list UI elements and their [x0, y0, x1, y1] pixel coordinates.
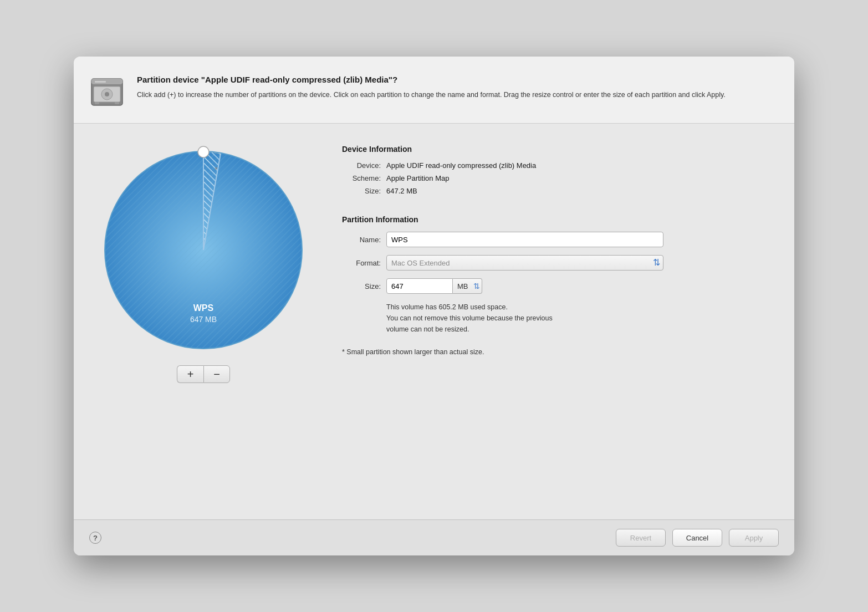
- dialog-footer: ? Revert Cancel Apply: [74, 519, 794, 555]
- svg-point-4: [105, 92, 109, 96]
- scheme-row: Scheme: Apple Partition Map: [342, 174, 777, 182]
- format-label: Format:: [342, 259, 381, 267]
- partition-info-section: Partition Information Name: Format: Mac …: [342, 215, 777, 508]
- name-label: Name:: [342, 236, 381, 244]
- size-row: Size: MB GB TB ⇅: [342, 278, 777, 294]
- device-size-label: Size:: [342, 187, 381, 195]
- disk-icon: [87, 72, 127, 112]
- dialog-body: * WPS 647 MB + − Device Information Devi…: [74, 124, 794, 519]
- info-panel: Device Information Device: Apple UDIF re…: [342, 139, 777, 508]
- add-partition-button[interactable]: +: [177, 365, 203, 383]
- apply-button[interactable]: Apply: [729, 529, 779, 547]
- svg-rect-6: [115, 102, 119, 104]
- pie-container: * WPS 647 MB: [98, 145, 309, 355]
- note-text: This volume has 605.2 MB used space. You…: [386, 302, 663, 335]
- device-label: Device:: [342, 161, 381, 170]
- size-input[interactable]: [386, 278, 453, 294]
- size-unit-wrapper: MB GB TB ⇅: [453, 278, 482, 294]
- device-size-row: Size: 647.2 MB: [342, 187, 777, 195]
- svg-rect-5: [95, 102, 99, 104]
- svg-rect-7: [95, 81, 106, 83]
- scheme-value: Apple Partition Map: [386, 174, 449, 182]
- format-row: Format: Mac OS Extended Mac OS Extended …: [342, 255, 777, 271]
- size-label: Size:: [342, 282, 381, 290]
- note-line1: This volume has 605.2 MB used space.: [386, 303, 508, 311]
- size-unit-select[interactable]: MB GB TB: [453, 278, 482, 294]
- format-select-wrapper: Mac OS Extended Mac OS Extended (Journal…: [386, 255, 663, 271]
- svg-text:WPS: WPS: [193, 303, 214, 313]
- revert-button[interactable]: Revert: [616, 529, 666, 547]
- device-row: Device: Apple UDIF read-only compressed …: [342, 161, 777, 170]
- remove-partition-button[interactable]: −: [203, 365, 230, 383]
- svg-text:647 MB: 647 MB: [190, 315, 217, 324]
- device-info-title: Device Information: [342, 145, 777, 154]
- note-line2: You can not remove this volume because t…: [386, 314, 553, 322]
- device-info-section: Device Information Device: Apple UDIF re…: [342, 145, 777, 200]
- svg-text:*: *: [215, 165, 218, 174]
- chart-area: * WPS 647 MB + −: [87, 139, 320, 508]
- help-button[interactable]: ?: [89, 532, 101, 544]
- svg-point-15: [198, 146, 209, 157]
- chart-buttons: + −: [177, 365, 230, 383]
- size-input-group: MB GB TB ⇅: [386, 278, 482, 294]
- dialog-header: Partition device "Apple UDIF read-only c…: [74, 57, 794, 124]
- partition-dialog: Partition device "Apple UDIF read-only c…: [74, 57, 794, 555]
- note-line3: volume can not be resized.: [386, 325, 469, 333]
- scheme-label: Scheme:: [342, 174, 381, 182]
- dialog-title: Partition device "Apple UDIF read-only c…: [137, 74, 777, 85]
- cancel-button[interactable]: Cancel: [672, 529, 722, 547]
- partition-info-title: Partition Information: [342, 215, 777, 224]
- name-row: Name:: [342, 232, 777, 247]
- device-value: Apple UDIF read-only compressed (zlib) M…: [386, 161, 536, 170]
- name-input[interactable]: [386, 232, 663, 247]
- dialog-description: Click add (+) to increase the number of …: [137, 90, 777, 100]
- device-size-value: 647.2 MB: [386, 187, 417, 195]
- footnote-text: * Small partition shown larger than actu…: [342, 348, 777, 356]
- header-text: Partition device "Apple UDIF read-only c…: [137, 72, 777, 100]
- format-select[interactable]: Mac OS Extended Mac OS Extended (Journal…: [386, 255, 663, 271]
